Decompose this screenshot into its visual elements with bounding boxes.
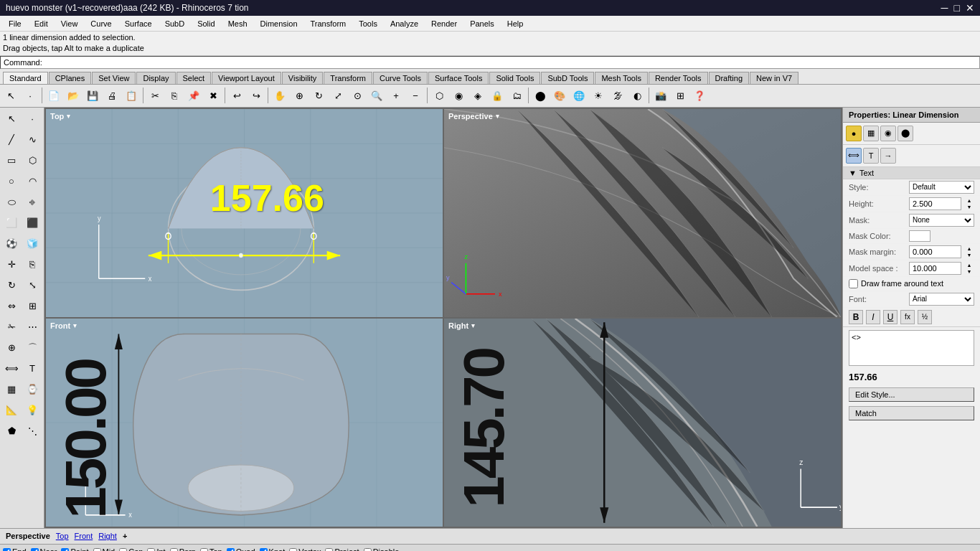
menu-help[interactable]: Help <box>501 18 529 29</box>
lt-rect-btn[interactable]: ▭ <box>1 151 22 171</box>
tab-solid-tools[interactable]: Solid Tools <box>489 72 540 84</box>
tb-capture-icon[interactable]: 📸 <box>651 86 670 105</box>
viewport-right-arrow[interactable]: ▾ <box>471 322 475 329</box>
lt-scale-btn[interactable]: ⤡ <box>22 276 42 296</box>
italic-btn[interactable]: I <box>866 310 880 324</box>
lt-surface-btn[interactable]: ⬜ <box>1 213 22 233</box>
tb-copy-icon[interactable]: ⎘ <box>165 86 184 105</box>
menu-dimension[interactable]: Dimension <box>255 18 303 29</box>
maximize-button[interactable]: □ <box>954 2 960 14</box>
mask-margin-input[interactable] <box>909 245 961 258</box>
tab-cplanes[interactable]: CPlanes <box>49 72 92 84</box>
tb-shade-icon[interactable]: ◉ <box>449 86 468 105</box>
lt-rotate2-btn[interactable]: ↻ <box>1 276 22 296</box>
snap-perp-cb[interactable] <box>170 548 178 551</box>
lt-extrude-btn[interactable]: ⬛ <box>22 213 42 233</box>
tb-cut-icon[interactable]: ✂ <box>146 86 164 105</box>
underline-btn[interactable]: U <box>883 310 897 324</box>
match-btn[interactable]: Match <box>849 406 974 420</box>
lt-point-btn[interactable]: · <box>22 109 42 129</box>
lt-text-btn[interactable]: T <box>22 359 42 379</box>
tb-sun-icon[interactable]: ☀ <box>589 86 608 105</box>
tb-delete-icon[interactable]: ✖ <box>204 86 222 105</box>
snap-disable-cb[interactable] <box>364 548 372 551</box>
lt-polygon-btn[interactable]: ⬡ <box>22 151 42 171</box>
panel-icon-arrow[interactable]: → <box>880 148 896 164</box>
menu-view[interactable]: View <box>55 18 84 29</box>
menu-panels[interactable]: Panels <box>464 18 500 29</box>
tb-save-icon[interactable]: 💾 <box>83 86 102 105</box>
tab-render-tools[interactable]: Render Tools <box>649 72 708 84</box>
tb-paste-icon[interactable]: 📌 <box>184 86 203 105</box>
snap-near-cb[interactable] <box>31 548 39 551</box>
tb-rotate-icon[interactable]: ↻ <box>309 86 328 105</box>
btab-right[interactable]: Right <box>98 532 117 540</box>
menu-transform[interactable]: Transform <box>305 18 352 29</box>
mask-margin-spinner[interactable]: ▲ ▼ <box>964 245 974 258</box>
tb-zoomsel-icon[interactable]: ⊙ <box>348 86 367 105</box>
minimize-button[interactable]: ─ <box>941 2 948 14</box>
snap-mid-cb[interactable] <box>93 548 101 551</box>
tb-zoom-icon[interactable]: ⊕ <box>290 86 308 105</box>
model-space-spinner[interactable]: ▲ ▼ <box>964 262 974 275</box>
panel-icon-color[interactable]: ● <box>846 126 862 141</box>
lt-move-btn[interactable]: ✛ <box>1 255 22 275</box>
lt-extra2-btn[interactable]: ⋱ <box>22 421 42 441</box>
tb-render-icon[interactable]: ◈ <box>468 86 487 105</box>
lt-sphere-btn[interactable]: ⚽ <box>1 234 22 254</box>
tab-new-v7[interactable]: New in V7 <box>750 72 798 84</box>
snap-knot-cb[interactable] <box>260 548 268 551</box>
height-spinner[interactable]: ▲ ▼ <box>964 197 974 210</box>
tb-pan-icon[interactable]: ✋ <box>270 86 289 105</box>
viewport-front[interactable]: Front ▾ <box>46 319 443 527</box>
btab-front[interactable]: Front <box>75 532 93 540</box>
tb-env-icon[interactable]: 🌐 <box>570 86 588 105</box>
panel-icon-texture[interactable]: ▦ <box>863 126 879 141</box>
panel-icon-bump[interactable]: ⬤ <box>897 126 913 141</box>
draw-frame-checkbox[interactable] <box>849 279 858 288</box>
text-content-area[interactable]: <> <box>849 330 974 366</box>
btab-top[interactable]: Top <box>56 532 69 540</box>
lt-arc-btn[interactable]: ◠ <box>22 171 42 192</box>
lt-curve-btn[interactable]: ∿ <box>22 130 42 150</box>
tb-color-icon[interactable]: 🎨 <box>550 86 569 105</box>
viewport-perspective-arrow[interactable]: ▾ <box>496 113 499 120</box>
viewport-front-arrow[interactable]: ▾ <box>73 322 77 329</box>
lt-extra1-btn[interactable]: ⬟ <box>1 421 22 441</box>
tb-print-icon[interactable]: 🖨 <box>103 86 121 105</box>
panel-icon-dim[interactable]: ⟺ <box>846 148 862 164</box>
tb-zoomin-icon[interactable]: + <box>387 86 405 105</box>
viewport-top-arrow[interactable]: ▾ <box>67 113 70 120</box>
menu-subd[interactable]: SubD <box>159 18 191 29</box>
tb-fog-icon[interactable]: 🌫 <box>608 86 627 105</box>
lt-mirror-btn[interactable]: ⇔ <box>1 296 22 316</box>
tb-zoomext-icon[interactable]: ⤢ <box>329 86 347 105</box>
lt-trim-btn[interactable]: ✁ <box>1 317 22 337</box>
menu-tools[interactable]: Tools <box>353 18 383 29</box>
height-input[interactable] <box>909 197 961 210</box>
lt-fillet-btn[interactable]: ⌒ <box>22 338 42 358</box>
lt-box-btn[interactable]: 🧊 <box>22 234 42 254</box>
tb-point-icon[interactable]: · <box>21 86 39 105</box>
snap-vertex-cb[interactable] <box>289 548 297 551</box>
lt-analyze-btn[interactable]: 📐 <box>1 400 22 420</box>
lt-array-btn[interactable]: ⊞ <box>22 296 42 316</box>
lt-helix-btn[interactable]: ⎆ <box>22 192 42 212</box>
fx-btn[interactable]: fx <box>900 310 915 324</box>
font-select[interactable]: Arial <box>909 293 974 306</box>
tab-select[interactable]: Select <box>176 72 212 84</box>
lt-select-btn[interactable]: ↖ <box>1 109 22 129</box>
tb-snap-icon[interactable]: 🔒 <box>488 86 507 105</box>
tb-layer-icon[interactable]: 🗂 <box>507 86 526 105</box>
tb-wire-icon[interactable]: ⬡ <box>430 86 448 105</box>
lt-circle-btn[interactable]: ○ <box>1 171 22 192</box>
tab-visibility[interactable]: Visibility <box>282 72 324 84</box>
snap-end-cb[interactable] <box>3 548 11 551</box>
panel-section-text[interactable]: ▼ Text <box>843 167 980 179</box>
menu-solid[interactable]: Solid <box>192 18 220 29</box>
bold-btn[interactable]: B <box>849 310 863 324</box>
btab-perspective[interactable]: Perspective <box>6 532 50 540</box>
snap-int-cb[interactable] <box>147 548 155 551</box>
tab-setview[interactable]: Set View <box>92 72 136 84</box>
lt-split-btn[interactable]: ⋯ <box>22 317 42 337</box>
